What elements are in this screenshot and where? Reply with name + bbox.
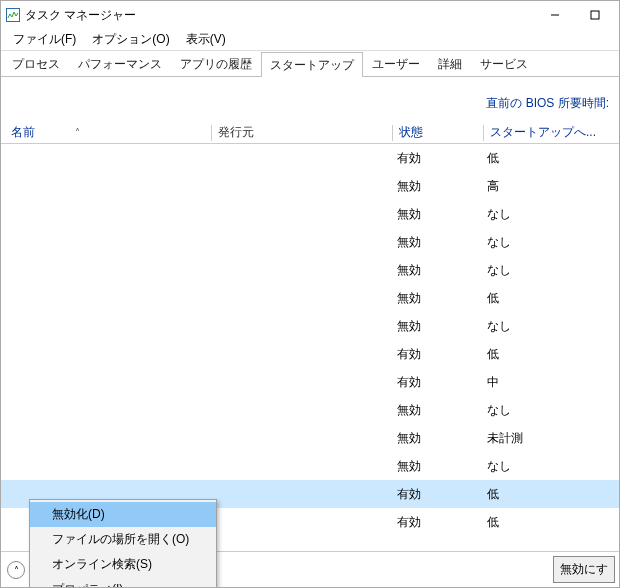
cell-impact: なし bbox=[481, 234, 619, 251]
column-header-impact[interactable]: スタートアップへ... bbox=[484, 124, 619, 141]
menubar: ファイル(F) オプション(O) 表示(V) bbox=[1, 29, 619, 51]
table-row[interactable]: 有効中 bbox=[1, 368, 619, 396]
table-row[interactable]: 無効なし bbox=[1, 228, 619, 256]
cell-status: 有効 bbox=[391, 374, 481, 391]
tab-users[interactable]: ユーザー bbox=[363, 51, 429, 76]
column-header-name[interactable]: 名前 ˄ bbox=[1, 124, 211, 141]
table-row[interactable]: 無効なし bbox=[1, 200, 619, 228]
menu-file[interactable]: ファイル(F) bbox=[5, 29, 84, 50]
tab-performance[interactable]: パフォーマンス bbox=[69, 51, 171, 76]
ctx-properties[interactable]: プロパティ(I) bbox=[30, 577, 216, 588]
fewer-details-button[interactable]: ˄ bbox=[7, 561, 25, 579]
column-header-publisher[interactable]: 発行元 bbox=[212, 124, 392, 141]
cell-status: 有効 bbox=[391, 486, 481, 503]
table-row[interactable]: 有効低 bbox=[1, 144, 619, 172]
menu-view[interactable]: 表示(V) bbox=[178, 29, 234, 50]
cell-impact: 低 bbox=[481, 514, 619, 531]
bios-time-label: 直前の BIOS 所要時間: bbox=[1, 77, 619, 122]
table-row[interactable]: 有効低 bbox=[1, 340, 619, 368]
cell-impact: なし bbox=[481, 458, 619, 475]
window-title: タスク マネージャー bbox=[25, 7, 136, 24]
cell-status: 無効 bbox=[391, 262, 481, 279]
minimize-button[interactable] bbox=[535, 3, 575, 27]
sort-arrow-icon: ˄ bbox=[75, 127, 80, 138]
cell-impact: なし bbox=[481, 318, 619, 335]
cell-impact: 低 bbox=[481, 346, 619, 363]
titlebar: タスク マネージャー bbox=[1, 1, 619, 29]
task-manager-window: タスク マネージャー ファイル(F) オプション(O) 表示(V) プロセス パ… bbox=[0, 0, 620, 588]
startup-list: 有効低無効高無効なし無効なし無効なし無効低無効なし有効低有効中無効なし無効未計測… bbox=[1, 144, 619, 536]
tab-app-history[interactable]: アプリの履歴 bbox=[171, 51, 261, 76]
column-header-status[interactable]: 状態 bbox=[393, 124, 483, 141]
ctx-search-online[interactable]: オンライン検索(S) bbox=[30, 552, 216, 577]
cell-impact: 低 bbox=[481, 150, 619, 167]
context-menu: 無効化(D) ファイルの場所を開く(O) オンライン検索(S) プロパティ(I) bbox=[29, 499, 217, 588]
table-row[interactable]: 無効なし bbox=[1, 312, 619, 340]
svg-rect-2 bbox=[591, 11, 599, 19]
table-row[interactable]: 無効なし bbox=[1, 452, 619, 480]
cell-impact: なし bbox=[481, 402, 619, 419]
tab-processes[interactable]: プロセス bbox=[3, 51, 69, 76]
table-row[interactable]: 無効低 bbox=[1, 284, 619, 312]
table-row[interactable]: 無効なし bbox=[1, 256, 619, 284]
tab-strip: プロセス パフォーマンス アプリの履歴 スタートアップ ユーザー 詳細 サービス bbox=[1, 51, 619, 77]
cell-status: 無効 bbox=[391, 206, 481, 223]
cell-status: 有効 bbox=[391, 514, 481, 531]
app-icon bbox=[5, 7, 21, 23]
ctx-disable[interactable]: 無効化(D) bbox=[30, 502, 216, 527]
column-headers: 名前 ˄ 発行元 状態 スタートアップへ... bbox=[1, 122, 619, 144]
menu-options[interactable]: オプション(O) bbox=[84, 29, 177, 50]
cell-status: 有効 bbox=[391, 346, 481, 363]
cell-status: 無効 bbox=[391, 290, 481, 307]
cell-status: 無効 bbox=[391, 430, 481, 447]
cell-impact: 低 bbox=[481, 290, 619, 307]
cell-impact: 未計測 bbox=[481, 430, 619, 447]
cell-status: 無効 bbox=[391, 402, 481, 419]
table-row[interactable]: 無効高 bbox=[1, 172, 619, 200]
table-row[interactable]: 無効なし bbox=[1, 396, 619, 424]
cell-status: 無効 bbox=[391, 234, 481, 251]
chevron-up-icon: ˄ bbox=[14, 565, 19, 576]
cell-impact: 中 bbox=[481, 374, 619, 391]
column-header-name-label: 名前 bbox=[11, 124, 35, 141]
cell-impact: なし bbox=[481, 262, 619, 279]
disable-button[interactable]: 無効にす bbox=[553, 556, 615, 583]
cell-status: 無効 bbox=[391, 458, 481, 475]
cell-status: 無効 bbox=[391, 178, 481, 195]
table-row[interactable]: 無効未計測 bbox=[1, 424, 619, 452]
tab-details[interactable]: 詳細 bbox=[429, 51, 471, 76]
tab-startup[interactable]: スタートアップ bbox=[261, 52, 363, 77]
cell-impact: 高 bbox=[481, 178, 619, 195]
ctx-open-location[interactable]: ファイルの場所を開く(O) bbox=[30, 527, 216, 552]
tab-services[interactable]: サービス bbox=[471, 51, 537, 76]
maximize-button[interactable] bbox=[575, 3, 615, 27]
cell-status: 無効 bbox=[391, 318, 481, 335]
cell-impact: 低 bbox=[481, 486, 619, 503]
cell-status: 有効 bbox=[391, 150, 481, 167]
cell-impact: なし bbox=[481, 206, 619, 223]
